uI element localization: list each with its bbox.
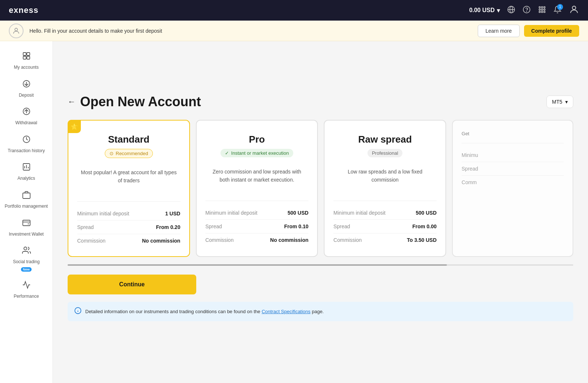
recommended-star-badge: ⭐ <box>68 120 81 133</box>
social-trading-icon <box>22 246 31 257</box>
badge-icon-standard: ⊙ <box>110 151 114 156</box>
sidebar-item-label: Deposit <box>19 93 34 99</box>
card-detail-min-deposit-pro: Minimum initial deposit 500 USD <box>205 206 309 220</box>
card-badge-pro: ✓ Instant or market execution <box>220 149 293 157</box>
help-icon <box>523 6 531 15</box>
deposit-icon <box>22 79 31 90</box>
sidebar-item-label: Portfolio management <box>5 204 48 210</box>
card-divider <box>205 201 309 201</box>
back-button[interactable]: ← <box>68 97 76 107</box>
sidebar-item-withdrawal[interactable]: Withdrawal <box>0 103 53 130</box>
help-button[interactable] <box>523 6 531 15</box>
card-badge-wrap-pro: ✓ Instant or market execution <box>205 149 309 163</box>
platform-label: MT5 <box>552 99 562 105</box>
sidebar-item-investment-wallet[interactable]: Investment Wallet <box>0 214 53 242</box>
banner-actions: Learn more Complete profile <box>478 25 579 37</box>
globe-button[interactable] <box>507 6 515 15</box>
card-detail-min-deposit-raw: Minimum initial deposit 500 USD <box>333 206 437 220</box>
account-type-cards: ⭐ Standard ⊙ Recommended Most popular! A… <box>68 120 573 257</box>
svg-rect-7 <box>544 6 545 8</box>
sidebar-item-social-trading[interactable]: Social trading New <box>0 241 53 276</box>
card-badge-wrap-raw-spread: Professional <box>333 149 437 163</box>
learn-more-button[interactable]: Learn more <box>478 25 520 37</box>
card-detail-spread-pro: Spread From 0.10 <box>205 220 309 233</box>
card-description-raw-spread: Low raw spreads and a low fixed commissi… <box>333 168 437 194</box>
svg-rect-8 <box>539 9 541 10</box>
card-title-standard: Standard <box>77 134 180 145</box>
app-logo: exness <box>9 6 39 15</box>
svg-rect-9 <box>541 9 543 10</box>
app-layout: My accounts Deposit Withdrawal Transacti… <box>0 82 588 383</box>
portfolio-icon <box>22 190 31 201</box>
withdrawal-icon <box>22 107 31 118</box>
info-banner: Detailed information on our instruments … <box>68 302 573 321</box>
svg-rect-13 <box>544 11 545 12</box>
account-card-zero[interactable]: Get Minimu Spread Comm <box>452 120 573 257</box>
platform-selector[interactable]: MT5 ▾ <box>546 96 573 108</box>
account-card-pro[interactable]: Pro ✓ Instant or market execution Zero c… <box>196 120 318 257</box>
card-detail-min-deposit-standard: Minimum initial deposit 1 USD <box>77 207 180 221</box>
svg-rect-5 <box>539 6 541 8</box>
svg-rect-16 <box>23 53 26 56</box>
avatar <box>9 24 24 38</box>
card-detail-commission-pro: Commission No commission <box>205 233 309 247</box>
new-badge: New <box>21 267 32 272</box>
sidebar-item-label: Transaction history <box>8 148 45 154</box>
svg-rect-12 <box>541 11 543 12</box>
svg-point-31 <box>28 223 29 224</box>
notifications-button[interactable]: 1 <box>553 6 562 15</box>
platform-chevron: ▾ <box>565 99 568 105</box>
card-badge-standard: ⊙ Recommended <box>105 149 153 158</box>
notification-badge: 1 <box>557 4 563 10</box>
continue-button[interactable]: Continue <box>68 275 196 294</box>
card-detail-spread-standard: Spread From 0.20 <box>77 221 180 234</box>
onboarding-banner: Hello. Fill in your account details to m… <box>0 21 588 41</box>
sidebar-item-label: Investment Wallet <box>9 232 44 237</box>
balance-display[interactable]: 0.00 USD ▾ <box>469 7 500 14</box>
sidebar-item-transaction-history[interactable]: Transaction history <box>0 130 53 158</box>
transaction-history-icon <box>22 135 31 146</box>
sidebar-item-portfolio-management[interactable]: Portfolio management <box>0 186 53 214</box>
card-divider <box>462 143 564 143</box>
svg-rect-19 <box>27 56 30 59</box>
svg-rect-30 <box>23 220 30 226</box>
card-detail-spread-raw: Spread From 0.00 <box>333 220 437 233</box>
sidebar-item-deposit[interactable]: Deposit <box>0 75 53 103</box>
investment-wallet-icon <box>22 218 31 229</box>
sidebar-item-analytics[interactable]: Analytics <box>0 158 53 186</box>
svg-point-4 <box>527 11 527 11</box>
grid-icon <box>538 6 546 15</box>
card-title-raw-spread: Raw spread <box>333 134 437 145</box>
sidebar-item-my-accounts[interactable]: My accounts <box>0 47 53 75</box>
account-card-standard[interactable]: ⭐ Standard ⊙ Recommended Most popular! A… <box>68 120 190 257</box>
sidebar-item-label: My accounts <box>14 65 39 71</box>
user-icon <box>569 4 579 17</box>
card-divider <box>333 201 437 201</box>
balance-amount: 0.00 USD <box>469 7 495 14</box>
user-profile-button[interactable] <box>569 4 579 17</box>
sidebar-item-label: Analytics <box>17 176 35 182</box>
svg-rect-29 <box>23 193 30 198</box>
balance-chevron: ▾ <box>497 7 500 14</box>
complete-profile-button[interactable]: Complete profile <box>524 25 579 37</box>
card-description-standard: Most popular! A great account for all ty… <box>77 168 180 195</box>
svg-rect-17 <box>27 53 30 56</box>
sidebar-item-performance[interactable]: Performance <box>0 276 53 304</box>
contract-specifications-link[interactable]: Contract Specifications <box>262 309 311 314</box>
scroll-indicator <box>68 264 573 266</box>
sidebar-item-label: Withdrawal <box>15 120 37 126</box>
card-divider <box>77 201 180 202</box>
svg-rect-6 <box>541 6 543 8</box>
card-title-pro: Pro <box>205 134 309 145</box>
svg-point-14 <box>572 6 576 9</box>
sidebar-item-label: Social trading <box>13 259 40 265</box>
analytics-icon <box>22 162 31 173</box>
page-title: Open New Account <box>80 94 201 110</box>
info-icon <box>74 307 82 316</box>
card-detail-commission-standard: Commission No commission <box>77 234 180 247</box>
card-description-pro: Zero commission and low spreads with bot… <box>205 168 309 194</box>
account-card-raw-spread[interactable]: Raw spread Professional Low raw spreads … <box>324 120 446 257</box>
page-header-left: ← Open New Account <box>68 94 201 110</box>
top-navigation: exness 0.00 USD ▾ 1 <box>0 0 588 21</box>
grid-button[interactable] <box>538 6 546 15</box>
